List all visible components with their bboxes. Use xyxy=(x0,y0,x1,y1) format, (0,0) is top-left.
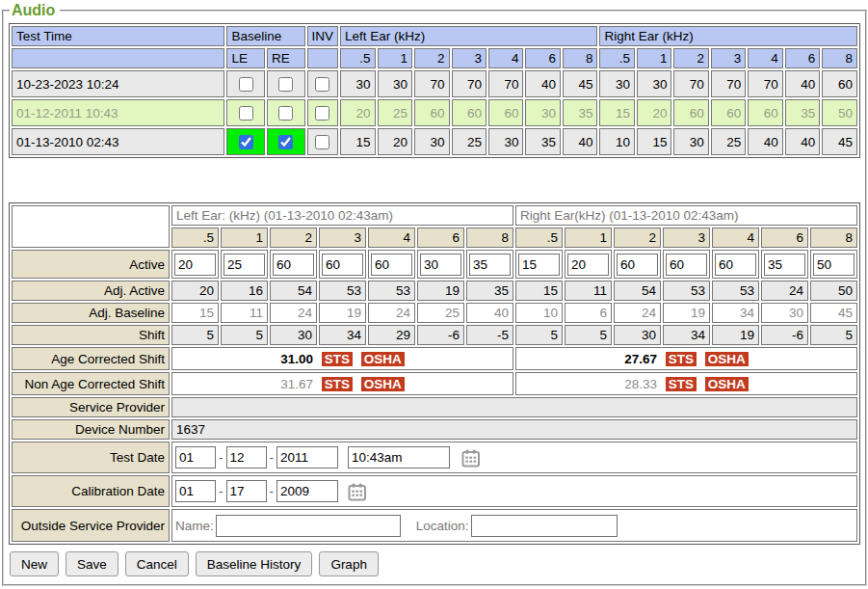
location-label: Location: xyxy=(416,519,469,533)
test-date-inputs: -- xyxy=(171,442,857,473)
baseline-le-checkbox[interactable] xyxy=(239,135,253,149)
calibration-year-input[interactable] xyxy=(276,480,338,502)
active-threshold-input[interactable] xyxy=(469,254,511,276)
test-time-input[interactable] xyxy=(348,446,450,469)
baseline-re-checkbox[interactable] xyxy=(278,106,293,120)
osha-badge: OSHA xyxy=(705,377,749,391)
right-threshold-cell: 35 xyxy=(785,99,820,126)
active-threshold-input[interactable] xyxy=(715,254,756,276)
active-threshold-input[interactable] xyxy=(567,254,609,276)
left-threshold-cell: 45 xyxy=(563,70,597,97)
baseline-le-checkbox[interactable] xyxy=(239,77,253,92)
baseline-le-cell xyxy=(226,70,265,97)
freq-header-cell: 8 xyxy=(563,48,597,68)
cancel-button[interactable]: Cancel xyxy=(125,551,189,576)
freq-header-cell: 1 xyxy=(378,48,412,68)
shift-row: Shift 55303429-6-5 55303419-65 xyxy=(12,325,857,345)
baseline-re-cell xyxy=(267,99,305,126)
row-label: Active xyxy=(12,250,170,279)
active-threshold-input[interactable] xyxy=(322,254,363,276)
right-threshold-cell: 50 xyxy=(822,99,857,126)
right-threshold-cell: 20 xyxy=(637,99,671,126)
baseline-history-button[interactable]: Baseline History xyxy=(196,551,313,576)
adj-active-cell: 24 xyxy=(761,281,808,301)
active-threshold-input[interactable] xyxy=(617,254,658,276)
inv-cell xyxy=(307,99,339,126)
baseline-re-cell xyxy=(267,128,305,155)
shift-cell: 19 xyxy=(712,325,759,345)
active-value-cell xyxy=(466,250,513,279)
shift-cell: 30 xyxy=(270,325,317,345)
graph-button[interactable]: Graph xyxy=(319,551,379,576)
new-button[interactable]: New xyxy=(10,551,59,576)
left-threshold-cell: 70 xyxy=(452,70,487,97)
baseline-le-checkbox[interactable] xyxy=(239,106,253,120)
adj-baseline-cell: 25 xyxy=(417,303,464,323)
inv-checkbox[interactable] xyxy=(315,135,329,149)
row-label: Outside Service Provider xyxy=(12,509,170,542)
active-threshold-input[interactable] xyxy=(174,254,216,276)
row-label: Non Age Corrected Shift xyxy=(12,372,170,395)
row-label: Adj. Baseline xyxy=(12,303,170,323)
active-threshold-input[interactable] xyxy=(371,254,412,276)
non-age-corrected-shift-row: Non Age Corrected Shift 31.67 STS OSHA 2… xyxy=(12,372,857,395)
shift-cell: 5 xyxy=(565,325,612,345)
active-threshold-input[interactable] xyxy=(224,254,265,276)
active-threshold-input[interactable] xyxy=(813,254,855,276)
row-label: Test Date xyxy=(12,442,170,473)
sts-badge: STS xyxy=(322,352,353,366)
osha-badge: OSHA xyxy=(705,352,749,366)
adj-active-cell: 54 xyxy=(614,281,661,301)
left-threshold-cell: 30 xyxy=(340,70,375,97)
device-number-value: 1637 xyxy=(171,419,857,440)
adj-active-cell: 35 xyxy=(466,281,513,301)
adj-active-row: Adj. Active 20165453531935 1511545353245… xyxy=(12,281,857,301)
right-threshold-cell: 25 xyxy=(711,128,746,155)
adj-baseline-cell: 24 xyxy=(614,303,661,323)
calendar-icon[interactable] xyxy=(348,483,367,501)
calibration-day-input[interactable] xyxy=(226,480,267,502)
active-threshold-input[interactable] xyxy=(273,254,314,276)
baseline-re-checkbox[interactable] xyxy=(278,77,293,92)
right-threshold-cell: 40 xyxy=(785,70,820,97)
right-threshold-cell: 60 xyxy=(748,99,782,126)
provider-location-input[interactable] xyxy=(471,515,618,537)
freq-header-cell: 8 xyxy=(810,228,857,248)
baseline-re-checkbox[interactable] xyxy=(278,135,293,149)
calendar-icon[interactable] xyxy=(461,449,481,468)
active-value-cell xyxy=(761,250,808,279)
right-threshold-cell: 10 xyxy=(599,128,634,155)
col-le: LE xyxy=(226,48,265,68)
age-corrected-left-cell: 31.00 STS OSHA xyxy=(171,347,513,370)
col-inv: INV xyxy=(307,26,339,46)
calibration-month-input[interactable] xyxy=(175,480,216,502)
right-threshold-cell: 45 xyxy=(822,128,857,155)
shift-cell: -6 xyxy=(761,325,808,345)
test-date-day-input[interactable] xyxy=(226,446,267,469)
active-threshold-input[interactable] xyxy=(420,254,461,276)
save-button[interactable]: Save xyxy=(66,551,118,576)
row-label: Shift xyxy=(12,325,170,345)
provider-name-input[interactable] xyxy=(216,515,401,537)
adj-baseline-cell: 45 xyxy=(810,303,857,323)
freq-header-cell: 4 xyxy=(712,228,759,248)
active-threshold-input[interactable] xyxy=(666,254,707,276)
test-date-year-input[interactable] xyxy=(276,446,338,469)
test-date-month-input[interactable] xyxy=(175,446,216,469)
col-re: RE xyxy=(267,48,305,68)
right-threshold-cell: 40 xyxy=(785,128,820,155)
active-threshold-input[interactable] xyxy=(518,254,560,276)
active-value-cell xyxy=(319,250,366,279)
left-threshold-cell: 30 xyxy=(525,99,560,126)
inv-checkbox[interactable] xyxy=(315,77,329,92)
adj-active-cell: 53 xyxy=(663,281,710,301)
active-threshold-input[interactable] xyxy=(764,254,805,276)
freq-header-cell: 2 xyxy=(270,228,317,248)
adj-baseline-cell: 15 xyxy=(171,303,219,323)
inv-checkbox[interactable] xyxy=(315,106,329,120)
inv-cell xyxy=(307,70,339,97)
shift-value: 31.00 xyxy=(280,352,313,366)
adj-baseline-cell: 24 xyxy=(368,303,415,323)
freq-header-cell: 3 xyxy=(452,48,487,68)
calibration-date-row: Calibration Date -- xyxy=(12,475,857,507)
